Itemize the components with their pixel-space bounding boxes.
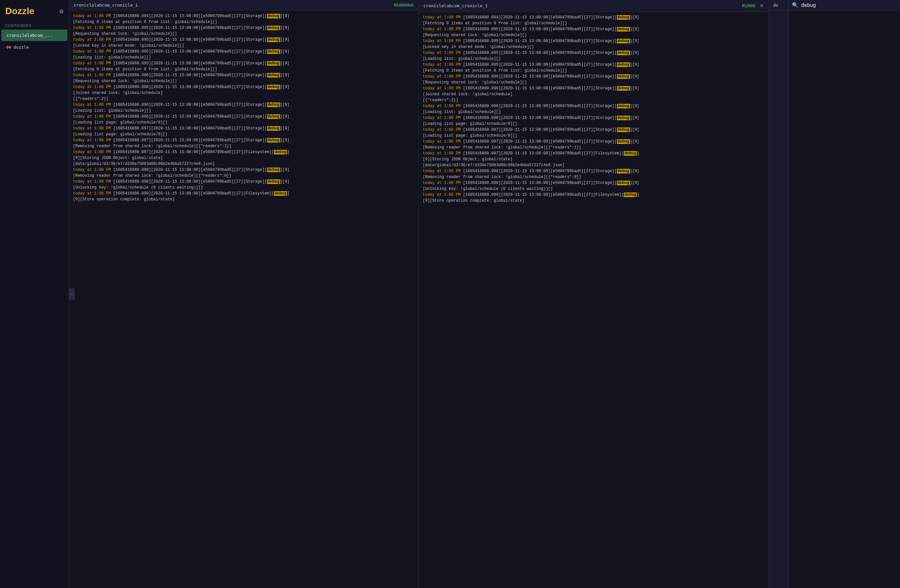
log-line: today at 1:08 PM [1605416880.095][2020-1… <box>73 49 414 61</box>
debug-badge: debug <box>267 179 280 184</box>
log-timestamp: today at 1:08 PM <box>423 62 461 67</box>
panel-title-1: croniclelabcom_cronicle_1 <box>74 3 390 8</box>
debug-badge: debug <box>267 138 280 143</box>
debug-badge: debug <box>624 151 637 156</box>
log-line: today at 1:08 PM [1605416880.094][2020-1… <box>73 13 414 25</box>
debug-badge: debug <box>617 104 630 109</box>
debug-badge: debug <box>267 61 280 66</box>
log-panel-1: croniclelabcom_cronicle_1RUNNINGtoday at… <box>69 0 419 588</box>
log-line: today at 1:08 PM [1605416880.095][2020-1… <box>73 37 414 49</box>
log-line: today at 1:08 PM [1605416880.094][2020-1… <box>423 14 764 26</box>
log-line: today at 1:08 PM [1605416880.096][2020-1… <box>423 115 764 127</box>
log-line: today at 1:08 PM [1605416880.096][2020-1… <box>423 85 764 103</box>
log-line: today at 1:08 PM [1605416880.095][2020-1… <box>423 38 764 50</box>
debug-badge: debug <box>624 192 637 197</box>
sidebar-item-dozzle[interactable]: 📌dozzle <box>0 41 69 53</box>
log-line: today at 1:08 PM [1605416880.095][2020-1… <box>73 61 414 72</box>
log-timestamp: today at 1:08 PM <box>73 138 111 143</box>
log-timestamp: today at 1:08 PM <box>423 181 461 185</box>
log-line: today at 1:08 PM [1605416880.095][2020-1… <box>423 26 764 38</box>
debug-badge: debug <box>274 191 287 196</box>
panel-title-3: do <box>773 3 784 8</box>
debug-badge: debug <box>617 62 630 67</box>
sidebar-items: croniclelabcom_...📌dozzle <box>0 29 69 53</box>
log-content-1[interactable]: today at 1:08 PM [1605416880.094][2020-1… <box>69 11 419 588</box>
debug-badge: debug <box>617 181 630 185</box>
debug-badge: debug <box>267 49 280 54</box>
log-timestamp: today at 1:08 PM <box>423 151 461 156</box>
close-panel-button-2[interactable]: ✕ <box>759 3 764 9</box>
log-panel-3: do <box>769 0 788 588</box>
log-line: today at 1:08 PM [1605416880.095][2020-1… <box>423 62 764 74</box>
log-timestamp: today at 1:08 PM <box>73 73 111 78</box>
log-line: today at 1:08 PM [1605416880.097][2020-1… <box>73 126 414 137</box>
debug-badge: debug <box>617 169 630 174</box>
log-line: today at 1:08 PM [1605416880.099][2020-1… <box>73 191 414 202</box>
debug-badge: debug <box>267 102 280 107</box>
log-line: today at 1:08 PM [1605416880.095][2020-1… <box>423 50 764 62</box>
log-timestamp: today at 1:08 PM <box>423 27 461 31</box>
settings-icon[interactable]: ⚙ <box>59 7 64 16</box>
log-line: today at 1:08 PM [1605416880.096][2020-1… <box>73 72 414 84</box>
log-line: today at 1:08 PM [1605416880.096][2020-1… <box>423 103 764 115</box>
log-line: today at 1:08 PM [1605416880.098][2020-1… <box>423 180 764 192</box>
log-panels-container: croniclelabcom_cronicle_1RUNNINGtoday at… <box>69 0 788 588</box>
running-badge-2: RUNNI <box>742 4 756 8</box>
log-timestamp: today at 1:08 PM <box>73 114 111 119</box>
debug-badge: debug <box>267 114 280 119</box>
debug-badge: debug <box>617 116 630 120</box>
sidebar-item-croniclelabcom[interactable]: croniclelabcom_... <box>1 29 67 41</box>
debug-badge: debug <box>617 51 630 55</box>
log-timestamp: today at 1:08 PM <box>73 26 111 30</box>
log-timestamp: today at 1:08 PM <box>73 49 111 54</box>
panel-title-2: croniclelabcom_cronicle_1 <box>424 3 738 8</box>
log-panel-header-2: croniclelabcom_cronicle_1RUNNI✕ <box>419 0 768 12</box>
debug-badge: debug <box>617 15 630 20</box>
debug-badge: debug <box>274 150 287 154</box>
log-line: today at 1:08 PM [1605416880.096][2020-1… <box>423 74 764 85</box>
log-timestamp: today at 1:08 PM <box>423 39 461 43</box>
log-timestamp: today at 1:08 PM <box>73 85 111 89</box>
log-content-2[interactable]: today at 1:08 PM [1605416880.094][2020-1… <box>419 12 768 588</box>
log-timestamp: today at 1:08 PM <box>423 139 461 144</box>
log-timestamp: today at 1:08 PM <box>73 168 111 172</box>
debug-badge: debug <box>617 86 630 91</box>
log-line: today at 1:08 PM [1605416880.097][2020-1… <box>73 137 414 149</box>
collapse-sidebar-button[interactable]: ‹ <box>69 288 75 300</box>
log-timestamp: today at 1:08 PM <box>73 191 111 196</box>
debug-badge: debug <box>267 37 280 42</box>
sidebar-item-label: dozzle <box>14 45 29 50</box>
log-timestamp: today at 1:08 PM <box>73 102 111 107</box>
sidebar: Dozzle ⚙ CONTAINERS croniclelabcom_...📌d… <box>0 0 69 588</box>
log-timestamp: today at 1:08 PM <box>73 61 111 66</box>
app-header: Dozzle ⚙ <box>0 0 69 21</box>
search-panel: 🔍 <box>788 0 900 588</box>
debug-badge: debug <box>267 14 280 19</box>
log-line: today at 1:08 PM [1605416880.098][2020-1… <box>73 179 414 191</box>
log-line: today at 1:08 PM [1605416880.099][2020-1… <box>423 192 764 204</box>
log-panel-header-3: do <box>769 0 788 11</box>
log-panel-2: croniclelabcom_cronicle_1RUNNI✕today at … <box>419 0 769 588</box>
debug-badge: debug <box>617 39 630 43</box>
log-line: today at 1:08 PM [1605416880.098][2020-1… <box>423 168 764 180</box>
search-input[interactable] <box>801 2 897 8</box>
log-timestamp: today at 1:08 PM <box>423 127 461 132</box>
log-panel-header-1: croniclelabcom_cronicle_1RUNNING <box>69 0 419 11</box>
log-timestamp: today at 1:08 PM <box>73 126 111 131</box>
debug-badge: debug <box>617 139 630 144</box>
log-timestamp: today at 1:08 PM <box>73 37 111 42</box>
log-line: today at 1:08 PM [1605416880.097][2020-1… <box>423 139 764 150</box>
log-timestamp: today at 1:08 PM <box>73 14 111 19</box>
log-line: today at 1:08 PM [1605416880.097][2020-1… <box>73 149 414 167</box>
log-timestamp: today at 1:08 PM <box>73 179 111 184</box>
pin-icon: 📌 <box>4 43 12 51</box>
debug-badge: debug <box>617 27 630 31</box>
log-line: today at 1:08 PM [1605416880.096][2020-1… <box>73 102 414 114</box>
log-timestamp: today at 1:08 PM <box>423 15 461 20</box>
debug-badge: debug <box>617 74 630 79</box>
sidebar-item-label: croniclelabcom_... <box>6 33 53 38</box>
debug-badge: debug <box>267 85 280 89</box>
log-timestamp: today at 1:08 PM <box>73 150 111 154</box>
containers-section-label: CONTAINERS <box>0 21 69 29</box>
log-timestamp: today at 1:08 PM <box>423 51 461 55</box>
